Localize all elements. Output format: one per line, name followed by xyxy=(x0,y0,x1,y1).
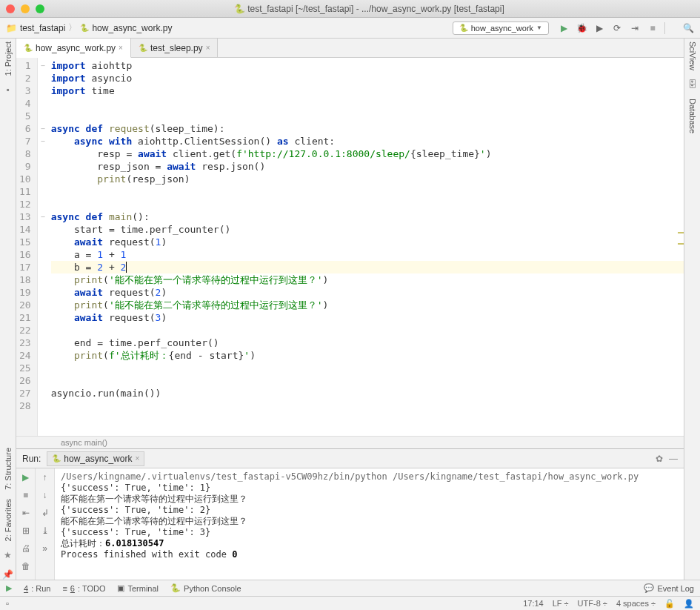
down-stack-button[interactable]: ↓ xyxy=(39,489,51,501)
folder-icon: 📁 xyxy=(6,23,17,33)
lock-icon[interactable]: 🔓 xyxy=(664,599,675,609)
run-indicator-icon[interactable]: ▶ xyxy=(6,583,12,593)
left-tool-strip: 1: Project ▪ 7: Structure 2: Favorites ★… xyxy=(0,39,16,580)
tool-sciview[interactable]: SciView xyxy=(688,42,697,70)
python-file-icon: 🐍 xyxy=(24,44,33,52)
separator xyxy=(664,22,676,34)
python-file-icon: 🐍 xyxy=(459,24,468,32)
bb-todo[interactable]: ≡ 6: TODO xyxy=(62,584,105,593)
debug-button[interactable]: 🐞 xyxy=(576,22,587,34)
python-file-icon: 🐍 xyxy=(139,44,147,52)
bottom-tool-bar: ▶ 4: 4: RunRun ≡ 6: TODO ▣ Terminal 🐍 Py… xyxy=(0,580,700,596)
run-config-area: 🐍 how_async_work ▼ ▶ 🐞 ▶ ⟳ ⇥ ■ 🔍 xyxy=(453,21,694,35)
star-icon: ★ xyxy=(4,550,12,560)
editor[interactable]: 1234567891011121314151617181920212223242… xyxy=(16,58,684,436)
bb-python-console[interactable]: 🐍 Python Console xyxy=(170,583,241,593)
tab-label: how_async_work.py xyxy=(36,43,116,53)
python-file-icon: 🐍 xyxy=(52,454,61,463)
right-tool-strip: SciView 🗄 Database xyxy=(684,39,700,580)
stop-button[interactable]: ■ xyxy=(647,22,659,34)
caret-position[interactable]: 17:14 xyxy=(523,599,544,608)
status-bar: ▫ 17:14 LF ÷ UTF-8 ÷ 4 spaces ÷ 🔓 👤 xyxy=(0,596,700,610)
rerun-button[interactable]: ▶ xyxy=(20,471,32,483)
close-window-button[interactable] xyxy=(6,4,15,13)
traffic-lights xyxy=(6,4,44,13)
layout-button[interactable]: ⊞ xyxy=(20,525,32,537)
console-output[interactable]: /Users/kingname/.virtualenvs/test_fastap… xyxy=(55,468,684,580)
run-panel-tab[interactable]: 🐍 how_async_work × xyxy=(47,451,144,466)
breadcrumb-project[interactable]: test_fastapi xyxy=(20,23,65,33)
print-button[interactable]: 🖨 xyxy=(20,543,32,554)
close-icon[interactable]: × xyxy=(206,44,210,52)
line-number-gutter[interactable]: 1234567891011121314151617181920212223242… xyxy=(16,58,38,436)
tab-label: test_sleep.py xyxy=(150,43,203,53)
bb-terminal[interactable]: ▣ Terminal xyxy=(117,583,159,593)
stop-button[interactable]: ■ xyxy=(20,489,32,501)
settings-icon[interactable]: ✿ xyxy=(656,454,663,464)
editor-tabs: 🐍how_async_work.py×🐍test_sleep.py× xyxy=(16,39,684,58)
up-stack-button[interactable]: ↑ xyxy=(39,471,51,483)
titlebar: 🐍 test_fastapi [~/test_fastapi] - .../ho… xyxy=(0,0,700,18)
python-file-icon: 🐍 xyxy=(80,24,89,32)
run-panel-title: Run: xyxy=(22,454,41,464)
database-icon: 🗄 xyxy=(688,79,697,90)
file-encoding[interactable]: UTF-8 ÷ xyxy=(578,599,607,608)
search-everywhere-button[interactable]: 🔍 xyxy=(682,22,694,34)
pin-icon: 📌 xyxy=(2,569,13,580)
bb-run[interactable]: 4: 4: RunRun xyxy=(24,584,50,593)
more-icon[interactable]: » xyxy=(39,543,51,554)
toolbar: 📁 test_fastapi 〉 🐍 how_async_work.py 🐍 h… xyxy=(0,18,700,39)
indent-config[interactable]: 4 spaces ÷ xyxy=(616,599,656,608)
hide-panel-icon[interactable]: — xyxy=(669,454,678,464)
run-toolbar-primary: ▶ ■ ⇤ ⊞ 🖨 🗑 xyxy=(16,468,36,580)
run-config-select[interactable]: 🐍 how_async_work ▼ xyxy=(453,21,549,35)
python-file-icon: 🐍 xyxy=(234,4,244,14)
editor-tab[interactable]: 🐍how_async_work.py× xyxy=(16,39,131,58)
close-icon[interactable]: × xyxy=(119,44,123,52)
soft-wrap-button[interactable]: ↲ xyxy=(39,507,51,519)
line-separator[interactable]: LF ÷ xyxy=(553,599,569,608)
breadcrumb-file[interactable]: how_async_work.py xyxy=(92,23,172,33)
collapse-icon[interactable]: ▪ xyxy=(6,84,9,95)
close-icon[interactable]: × xyxy=(135,454,139,463)
chevron-down-icon: ▼ xyxy=(536,24,542,31)
tool-structure[interactable]: 7: Structure xyxy=(4,448,13,490)
delete-button[interactable]: 🗑 xyxy=(20,560,32,572)
window-title: 🐍 test_fastapi [~/test_fastapi] - .../ho… xyxy=(44,4,694,14)
bb-event-log[interactable]: 💬 Event Log xyxy=(644,583,694,593)
run-toolbar-secondary: ↑ ↓ ↲ ⤓ » xyxy=(36,468,55,580)
error-stripe[interactable] xyxy=(675,58,684,436)
maximize-window-button[interactable] xyxy=(36,4,44,13)
code-fold-gutter[interactable]: −−−− xyxy=(38,58,48,436)
tool-database[interactable]: Database xyxy=(688,99,697,133)
inspections-icon[interactable]: 👤 xyxy=(684,599,694,609)
code-body[interactable]: import aiohttpimport asyncioimport time … xyxy=(48,58,684,436)
window-icon[interactable]: ▫ xyxy=(6,599,9,608)
run-panel: Run: 🐍 how_async_work × ✿ — ▶ ■ ⇤ ⊞ 🖨 xyxy=(16,448,684,580)
run-panel-header: Run: 🐍 how_async_work × ✿ — xyxy=(16,449,684,468)
editor-breadcrumb[interactable]: async main() xyxy=(16,436,684,448)
minimize-window-button[interactable] xyxy=(21,4,30,13)
tool-favorites[interactable]: 2: Favorites xyxy=(4,499,13,541)
tool-project[interactable]: 1: Project xyxy=(4,42,13,76)
profile-button[interactable]: ⟳ xyxy=(611,22,623,34)
coverage-button[interactable]: ▶ xyxy=(593,22,605,34)
breadcrumb-separator: 〉 xyxy=(68,21,77,34)
attach-button[interactable]: ⇥ xyxy=(629,22,641,34)
breadcrumb[interactable]: 📁 test_fastapi 〉 🐍 how_async_work.py xyxy=(6,21,172,34)
exit-button[interactable]: ⇤ xyxy=(20,507,32,519)
scroll-end-button[interactable]: ⤓ xyxy=(39,525,51,537)
run-button[interactable]: ▶ xyxy=(558,22,570,34)
editor-tab[interactable]: 🐍test_sleep.py× xyxy=(131,39,219,57)
